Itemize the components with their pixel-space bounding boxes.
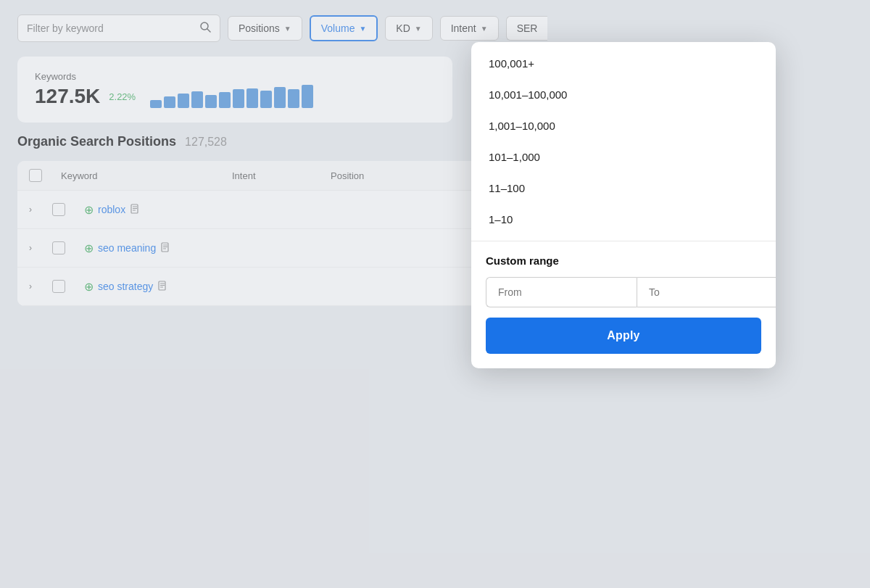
dropdown-item-1001-10000[interactable]: 1,001–10,000 xyxy=(471,110,776,141)
dropdown-list: 100,001+ 10,001–100,000 1,001–10,000 101… xyxy=(471,42,776,241)
bar xyxy=(288,89,299,108)
from-input[interactable] xyxy=(486,277,637,307)
bar xyxy=(164,96,175,108)
kd-filter-button[interactable]: KD ▼ xyxy=(385,16,432,41)
dropdown-item-11-100[interactable]: 11–100 xyxy=(471,173,776,204)
bar xyxy=(302,85,313,108)
bar xyxy=(233,89,244,108)
bar xyxy=(205,95,217,108)
bar xyxy=(260,91,272,108)
apply-button[interactable]: Apply xyxy=(486,318,761,354)
intent-chevron-icon: ▼ xyxy=(481,25,488,33)
keywords-percent: 2.22% xyxy=(109,91,136,102)
bar xyxy=(274,87,286,108)
row-checkbox[interactable] xyxy=(52,280,65,293)
custom-range-section: Custom range Apply xyxy=(471,241,776,368)
volume-filter-button[interactable]: Volume ▼ xyxy=(310,15,378,41)
page-icon xyxy=(160,242,170,254)
position-column-header: Position xyxy=(331,170,403,181)
search-wrapper xyxy=(17,15,220,42)
bar xyxy=(246,88,258,108)
filter-bar: Positions ▼ Volume ▼ KD ▼ Intent ▼ SER xyxy=(17,15,853,42)
bar xyxy=(150,100,162,108)
organic-count: 127,528 xyxy=(185,136,227,149)
row-expand-icon[interactable]: › xyxy=(29,281,41,291)
bar xyxy=(191,91,203,108)
keywords-label: Keywords xyxy=(35,71,313,82)
ser-label: SER xyxy=(517,22,538,34)
intent-label: Intent xyxy=(451,22,476,34)
row-expand-icon[interactable]: › xyxy=(29,243,41,253)
svg-line-1 xyxy=(207,29,210,32)
volume-chevron-icon: ▼ xyxy=(359,25,366,33)
positions-chevron-icon: ▼ xyxy=(284,25,291,33)
organic-title: Organic Search Positions xyxy=(17,134,176,149)
keyword-link[interactable]: seo strategy xyxy=(98,281,153,292)
to-input[interactable] xyxy=(637,277,776,307)
positions-label: Positions xyxy=(239,22,280,34)
keyword-link[interactable]: roblox xyxy=(98,204,125,215)
search-icon xyxy=(199,21,211,33)
search-button[interactable] xyxy=(199,21,211,36)
intent-filter-button[interactable]: Intent ▼ xyxy=(440,16,499,41)
bar xyxy=(219,92,231,108)
dropdown-item-1-10[interactable]: 1–10 xyxy=(471,204,776,235)
keyword-column-header: Keyword xyxy=(61,170,220,181)
row-checkbox[interactable] xyxy=(52,203,65,216)
positions-filter-button[interactable]: Positions ▼ xyxy=(228,16,302,41)
keywords-card: Keywords 127.5K 2.22% xyxy=(17,57,452,123)
keyword-link[interactable]: seo meaning xyxy=(98,242,156,254)
add-circle-icon: ⊕ xyxy=(84,203,94,217)
page-icon xyxy=(157,281,167,293)
row-checkbox[interactable] xyxy=(52,241,65,254)
bar xyxy=(178,94,189,108)
custom-range-inputs xyxy=(486,277,761,307)
add-circle-icon: ⊕ xyxy=(84,241,94,255)
row-expand-icon[interactable]: › xyxy=(29,204,41,215)
page-icon xyxy=(130,204,140,216)
dropdown-item-101-1000[interactable]: 101–1,000 xyxy=(471,141,776,173)
kd-label: KD xyxy=(396,22,410,34)
kd-chevron-icon: ▼ xyxy=(415,25,422,33)
search-input[interactable] xyxy=(27,22,194,34)
custom-range-title: Custom range xyxy=(486,254,761,267)
ser-filter-button[interactable]: SER xyxy=(506,16,548,41)
keywords-value: 127.5K xyxy=(35,85,100,108)
intent-column-header: Intent xyxy=(232,170,319,181)
dropdown-item-10001-100000[interactable]: 10,001–100,000 xyxy=(471,79,776,110)
volume-dropdown: 100,001+ 10,001–100,000 1,001–10,000 101… xyxy=(471,42,776,368)
dropdown-item-100001[interactable]: 100,001+ xyxy=(471,48,776,79)
select-all-checkbox[interactable] xyxy=(29,169,42,182)
volume-label: Volume xyxy=(321,22,355,34)
keywords-bar-chart xyxy=(150,85,313,108)
add-circle-icon: ⊕ xyxy=(84,280,94,294)
